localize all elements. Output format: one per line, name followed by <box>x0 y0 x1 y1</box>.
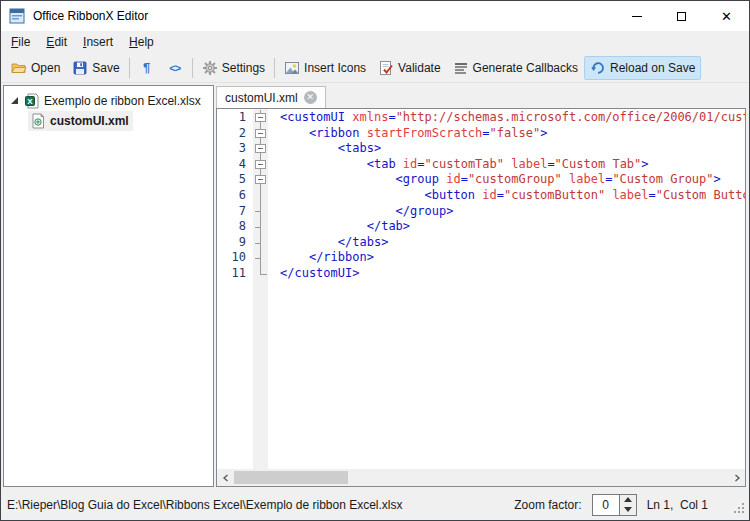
tab-close-icon[interactable]: ✕ <box>304 91 317 104</box>
line-number: 5 <box>217 172 246 188</box>
zoom-factor-value[interactable]: 0 <box>593 495 619 515</box>
toolbar-separator <box>274 58 275 78</box>
statusbar: E:\Rieper\Blog Guia do Excel\Ribbons Exc… <box>1 489 749 520</box>
code-line: <customUI xmlns="http://schemas.microsof… <box>280 110 745 126</box>
save-floppy-icon <box>72 60 88 76</box>
close-button[interactable]: ✕ <box>704 1 749 31</box>
maximize-icon <box>677 12 686 21</box>
angle-brackets-icon: <> <box>167 60 183 76</box>
scroll-right-icon[interactable] <box>728 469 745 486</box>
fold-marker <box>253 204 268 220</box>
fold-collapse-icon[interactable] <box>255 113 266 122</box>
line-number: 3 <box>217 141 246 157</box>
fold-marker <box>253 110 268 126</box>
titlebar: Office RibbonX Editor ✕ <box>1 1 749 31</box>
validate-button[interactable]: Validate <box>372 56 446 80</box>
tab-customui[interactable]: customUI.xml ✕ <box>216 86 326 108</box>
line-number-margin: 1234567891011 <box>217 109 253 469</box>
menu-edit[interactable]: Edit <box>38 32 75 52</box>
generate-callbacks-button[interactable]: Generate Callbacks <box>447 56 584 80</box>
gear-icon <box>202 60 218 76</box>
code-editor: 1234567891011 <customUI xmlns="http://sc… <box>216 108 746 487</box>
fold-marker <box>253 266 268 282</box>
code-text-area[interactable]: <customUI xmlns="http://schemas.microsof… <box>268 109 745 469</box>
reload-on-save-toggle[interactable]: Reload on Save <box>584 56 701 80</box>
reload-arrow-icon <box>590 60 606 76</box>
fold-marker <box>253 157 268 173</box>
resize-grip[interactable] <box>732 501 745 514</box>
line-number: 7 <box>217 204 246 220</box>
line-number: 11 <box>217 266 246 282</box>
svg-text:X: X <box>27 97 33 106</box>
app-icon <box>9 8 25 24</box>
fold-marker <box>253 188 268 204</box>
horizontal-scrollbar[interactable] <box>217 469 745 486</box>
menu-help[interactable]: Help <box>121 32 162 52</box>
code-line: </group> <box>280 204 745 220</box>
code-line: <ribbon startFromScratch="false"> <box>280 126 745 142</box>
fold-marker <box>253 250 268 266</box>
picture-icon <box>284 60 300 76</box>
fold-marker <box>253 219 268 235</box>
open-folder-icon <box>11 60 27 76</box>
code-line: </customUI> <box>280 266 745 282</box>
maximize-button[interactable] <box>659 1 704 31</box>
fold-marker <box>253 141 268 157</box>
fold-collapse-icon[interactable] <box>255 175 266 184</box>
minimize-icon <box>632 16 642 17</box>
toolbar-separator <box>129 58 130 78</box>
tree-expanded-icon[interactable] <box>10 96 20 106</box>
tree-item-customui[interactable]: customUI.xml <box>4 111 213 131</box>
excel-file-icon: X <box>24 93 40 109</box>
line-number: 2 <box>217 126 246 142</box>
toolbar: Open Save ¶ <> <box>1 53 749 83</box>
spinner-up-icon[interactable] <box>620 495 636 505</box>
cursor-position: Ln 1, Col 1 <box>647 498 708 512</box>
fold-collapse-icon[interactable] <box>255 129 266 138</box>
main-area: X Exemplo de ribbon Excel.xlsx customUI.… <box>1 83 749 489</box>
word-wrap-button[interactable]: <> <box>161 56 189 80</box>
line-number: 1 <box>217 110 246 126</box>
window-title: Office RibbonX Editor <box>33 9 148 23</box>
settings-button[interactable]: Settings <box>196 56 271 80</box>
line-number: 6 <box>217 188 246 204</box>
tree-item-label: Exemplo de ribbon Excel.xlsx <box>44 94 201 108</box>
fold-marker <box>253 126 268 142</box>
close-icon: ✕ <box>721 10 732 23</box>
open-button[interactable]: Open <box>5 56 66 80</box>
show-whitespace-button[interactable]: ¶ <box>133 56 161 80</box>
code-line: <button id="customButton" label="Custom … <box>280 188 745 204</box>
line-number: 4 <box>217 157 246 173</box>
menu-insert[interactable]: Insert <box>75 32 121 52</box>
line-number: 10 <box>217 250 246 266</box>
app-window: Office RibbonX Editor ✕ File Edit Insert… <box>0 0 750 521</box>
tree-item-workbook[interactable]: X Exemplo de ribbon Excel.xlsx <box>4 91 213 111</box>
menu-file[interactable]: File <box>3 32 38 52</box>
fold-collapse-icon[interactable] <box>255 160 266 169</box>
fold-collapse-icon[interactable] <box>255 144 266 153</box>
tree-item-label: customUI.xml <box>50 114 129 128</box>
fold-margin <box>253 109 268 469</box>
line-number: 8 <box>217 219 246 235</box>
pilcrow-icon: ¶ <box>139 60 155 76</box>
zoom-factor-label: Zoom factor: <box>514 498 581 512</box>
tab-label: customUI.xml <box>225 91 298 105</box>
scroll-left-icon[interactable] <box>217 469 234 486</box>
minimize-button[interactable] <box>614 1 659 31</box>
code-line: <tab id="customTab" label="Custom Tab"> <box>280 157 745 173</box>
zoom-factor-spinner[interactable]: 0 <box>592 494 637 516</box>
code-line: </tabs> <box>280 235 745 251</box>
xml-file-icon <box>30 113 46 129</box>
code-line: </ribbon> <box>280 250 745 266</box>
insert-icons-button[interactable]: Insert Icons <box>278 56 372 80</box>
code-line: <group id="customGroup" label="Custom Gr… <box>280 172 745 188</box>
fold-marker <box>253 172 268 188</box>
code-line: </tab> <box>280 219 745 235</box>
save-button[interactable]: Save <box>66 56 125 80</box>
scrollbar-thumb[interactable] <box>234 471 348 484</box>
menubar: File Edit Insert Help <box>1 31 749 53</box>
validate-check-icon <box>378 60 394 76</box>
document-tree[interactable]: X Exemplo de ribbon Excel.xlsx customUI.… <box>3 85 214 487</box>
spinner-down-icon[interactable] <box>620 505 636 515</box>
editor-panel: customUI.xml ✕ 1234567891011 <customUI x… <box>216 85 746 487</box>
